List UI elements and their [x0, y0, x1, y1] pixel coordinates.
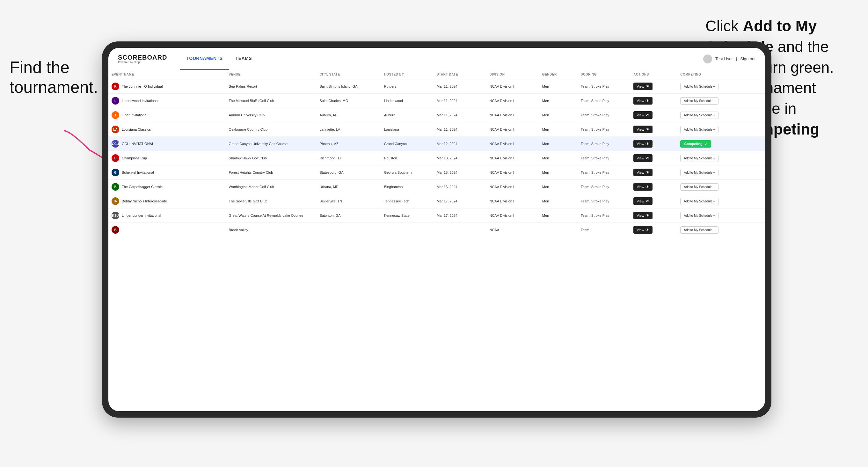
add-to-schedule-button[interactable]: Add to My Schedule + — [680, 212, 718, 219]
cell-competing: Add to My Schedule + — [677, 94, 765, 108]
cell-hosted: Kennesaw State — [381, 209, 434, 223]
cell-actions: View 👁 — [630, 165, 677, 180]
sign-out-link[interactable]: Sign out — [740, 56, 755, 61]
cell-hosted: Binghamton — [381, 180, 434, 194]
cell-hosted: Rutgers — [381, 79, 434, 94]
tab-teams[interactable]: TEAMS — [229, 48, 258, 70]
cell-venue: Grand Canyon University Golf Course — [226, 137, 316, 151]
view-button[interactable]: View 👁 — [633, 168, 652, 176]
cell-event: R The Johnnie - O Individual — [108, 79, 226, 94]
cell-date: Mar 16, 2024 — [434, 180, 486, 194]
cell-city: Statesboro, GA — [316, 165, 381, 180]
cell-scoring: Team, Stroke Play — [578, 194, 630, 209]
table-row: TN Bobby Nichols Intercollegiate The Sev… — [108, 194, 765, 209]
col-header-competing: COMPETING — [677, 70, 765, 79]
cell-event: TN Bobby Nichols Intercollegiate — [108, 194, 226, 209]
team-logo: B — [112, 226, 119, 234]
view-button[interactable]: View 👁 — [633, 97, 652, 104]
view-button[interactable]: View 👁 — [633, 154, 652, 162]
eye-icon: 👁 — [646, 142, 649, 146]
nav-right: Test User | Sign out — [703, 55, 755, 63]
add-to-schedule-button[interactable]: Add to My Schedule + — [680, 155, 718, 162]
col-header-venue: VENUE — [226, 70, 316, 79]
cell-date: Mar 11, 2024 — [434, 94, 486, 108]
cell-scoring: Team, Stroke Play — [578, 151, 630, 165]
cell-hosted: Tennessee Tech — [381, 194, 434, 209]
eye-icon: 👁 — [646, 213, 649, 218]
view-button[interactable]: View 👁 — [633, 212, 652, 219]
cell-scoring: Team, Stroke Play — [578, 137, 630, 151]
view-button[interactable]: View 👁 — [633, 83, 652, 90]
cell-event: B — [108, 223, 226, 237]
col-header-gender: GENDER — [539, 70, 578, 79]
cell-actions: View 👁 — [630, 122, 677, 137]
add-to-schedule-button[interactable]: Add to My Schedule + — [680, 112, 718, 119]
cell-gender: Men — [539, 137, 578, 151]
table-row: GCU GCU INVITATIONAL Grand Canyon Univer… — [108, 137, 765, 151]
view-button[interactable]: View 👁 — [633, 197, 652, 205]
view-button[interactable]: View 👁 — [633, 226, 652, 234]
add-to-schedule-button[interactable]: Add to My Schedule + — [680, 83, 718, 90]
cell-date: Mar 11, 2024 — [434, 122, 486, 137]
cell-city — [316, 223, 381, 237]
event-name: The Johnnie - O Individual — [122, 85, 162, 88]
event-name: Louisiana Classics — [122, 127, 151, 131]
cell-scoring: Team, Stroke Play — [578, 94, 630, 108]
cell-competing: Add to My Schedule + — [677, 151, 765, 165]
cell-scoring: Team, Stroke Play — [578, 108, 630, 122]
team-logo: B — [112, 183, 119, 191]
team-logo: R — [112, 83, 119, 90]
cell-actions: View 👁 — [630, 180, 677, 194]
cell-date: Mar 13, 2024 — [434, 151, 486, 165]
cell-event: KSU Linger Longer Invitational — [108, 209, 226, 223]
cell-scoring: Team, Stroke Play — [578, 79, 630, 94]
cell-gender: Men — [539, 209, 578, 223]
eye-icon: 👁 — [646, 170, 649, 175]
event-name: Bobby Nichols Intercollegiate — [122, 199, 167, 203]
add-to-schedule-button[interactable]: Add to My Schedule + — [680, 126, 718, 133]
cell-competing: Add to My Schedule + — [677, 180, 765, 194]
event-name: Schenkel Invitational — [122, 170, 154, 175]
cell-venue: Sea Palms Resort — [226, 79, 316, 94]
tab-tournaments[interactable]: TOURNAMENTS — [180, 48, 229, 70]
cell-division: NCAA Division I — [486, 209, 539, 223]
nav-divider: | — [736, 56, 737, 61]
view-button[interactable]: View 👁 — [633, 126, 652, 133]
add-to-schedule-button[interactable]: Add to My Schedule + — [680, 169, 718, 176]
cell-venue: The Sevierville Golf Club — [226, 194, 316, 209]
checkmark-icon: ✓ — [705, 142, 707, 146]
add-to-schedule-button[interactable]: Add to My Schedule + — [680, 198, 718, 205]
team-logo: TN — [112, 197, 119, 205]
event-name: Champions Cup — [122, 156, 147, 160]
cell-scoring: Team, Stroke Play — [578, 209, 630, 223]
cell-date: Mar 12, 2024 — [434, 137, 486, 151]
cell-competing: Add to My Schedule + — [677, 79, 765, 94]
table-row: KSU Linger Longer Invitational Great Wat… — [108, 209, 765, 223]
view-button[interactable]: View 👁 — [633, 140, 652, 148]
cell-venue: Shadow Hawk Golf Club — [226, 151, 316, 165]
col-header-actions: ACTIONS — [630, 70, 677, 79]
team-logo: GCU — [112, 140, 119, 148]
cell-actions: View 👁 — [630, 209, 677, 223]
view-button[interactable]: View 👁 — [633, 183, 652, 191]
cell-gender: Men — [539, 180, 578, 194]
cell-hosted: Auburn — [381, 108, 434, 122]
view-button[interactable]: View 👁 — [633, 111, 652, 119]
cell-gender — [539, 223, 578, 237]
add-to-schedule-button[interactable]: Add to My Schedule + — [680, 183, 718, 191]
cell-gender: Men — [539, 108, 578, 122]
cell-division: NCAA Division I — [486, 137, 539, 151]
team-logo: H — [112, 154, 119, 162]
cell-city: Saint Charles, MO — [316, 94, 381, 108]
eye-icon: 👁 — [646, 113, 649, 117]
add-to-schedule-button[interactable]: Add to My Schedule + — [680, 97, 718, 104]
cell-scoring: Team, Stroke Play — [578, 165, 630, 180]
col-header-date: START DATE — [434, 70, 486, 79]
event-name: GCU INVITATIONAL — [122, 142, 154, 146]
cell-hosted — [381, 223, 434, 237]
competing-button[interactable]: Competing ✓ — [680, 140, 711, 148]
nav-tabs: TOURNAMENTS TEAMS — [180, 48, 258, 70]
add-to-schedule-button[interactable]: Add to My Schedule + — [680, 226, 718, 234]
table-header-row: EVENT NAME VENUE CITY, STATE HOSTED BY S… — [108, 70, 765, 79]
cell-gender: Men — [539, 194, 578, 209]
